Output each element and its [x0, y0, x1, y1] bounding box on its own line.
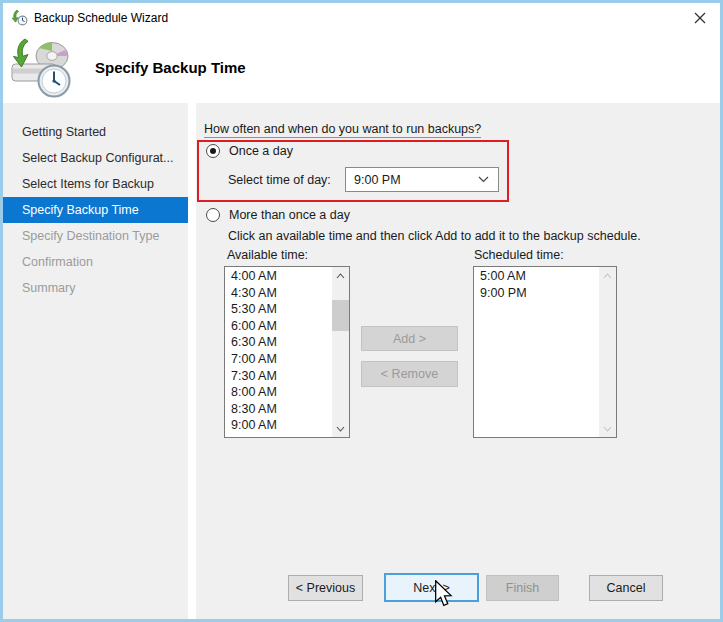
sidebar-step: Select Backup Configurat... — [3, 145, 188, 171]
frequency-question-label: How often and when do you want to run ba… — [204, 122, 481, 138]
sidebar-step: Select Items for Backup — [3, 171, 188, 197]
scroll-up-icon — [599, 267, 616, 284]
select-time-of-day-label: Select time of day: — [228, 173, 331, 187]
available-time-option[interactable]: 8:30 AM — [225, 401, 332, 418]
window-title: Backup Schedule Wizard — [34, 11, 168, 25]
time-of-day-value: 9:00 PM — [346, 173, 478, 187]
scheduled-time-listbox[interactable]: 5:00 AM9:00 PM — [473, 266, 617, 438]
available-time-option[interactable]: 4:00 AM — [225, 268, 332, 285]
sidebar-step: Specify Backup Time — [3, 197, 188, 223]
available-time-option[interactable]: 5:30 AM — [225, 301, 332, 318]
previous-button[interactable]: < Previous — [288, 575, 363, 601]
more-than-once-label: More than once a day — [229, 208, 350, 222]
chevron-down-icon — [478, 176, 498, 183]
scroll-up-icon[interactable] — [332, 267, 349, 284]
sidebar-step: Getting Started — [3, 119, 188, 145]
add-time-instruction: Click an available time and then click A… — [228, 229, 641, 243]
sidebar-divider — [188, 103, 196, 619]
available-time-options: 4:00 AM4:30 AM5:30 AM6:00 AM6:30 AM7:00 … — [225, 267, 332, 437]
backup-drive-clock-icon — [10, 37, 74, 103]
scroll-down-icon[interactable] — [332, 420, 349, 437]
scheduled-time-scrollbar — [599, 267, 616, 437]
wizard-steps-sidebar: Getting StartedSelect Backup Configurat.… — [3, 119, 188, 301]
available-time-scrollbar[interactable] — [332, 267, 349, 437]
scheduled-time-label: Scheduled time: — [474, 248, 564, 262]
available-time-option[interactable]: 6:00 AM — [225, 318, 332, 335]
once-a-day-radio[interactable] — [206, 144, 220, 158]
wizard-header: Specify Backup Time — [3, 33, 720, 103]
sidebar-step: Summary — [3, 275, 188, 301]
available-time-option[interactable]: 6:30 AM — [225, 334, 332, 351]
available-time-option[interactable]: 7:30 AM — [225, 368, 332, 385]
available-time-listbox[interactable]: 4:00 AM4:30 AM5:30 AM6:00 AM6:30 AM7:00 … — [224, 266, 350, 438]
sidebar-step: Specify Destination Type — [3, 223, 188, 249]
more-than-once-radio-row[interactable]: More than once a day — [206, 208, 350, 222]
finish-button: Finish — [486, 575, 559, 601]
scheduled-time-option[interactable]: 5:00 AM — [474, 268, 599, 285]
backup-schedule-wizard-window: Backup Schedule Wizard — [0, 0, 723, 622]
once-a-day-label: Once a day — [229, 144, 293, 158]
add-button: Add > — [361, 326, 458, 351]
remove-button: < Remove — [361, 361, 458, 387]
scroll-down-icon — [599, 420, 616, 437]
available-time-option[interactable]: 9:00 AM — [225, 417, 332, 434]
page-title: Specify Backup Time — [95, 59, 246, 76]
available-time-option[interactable]: 7:00 AM — [225, 351, 332, 368]
cancel-button[interactable]: Cancel — [589, 575, 663, 601]
available-time-option[interactable]: 8:00 AM — [225, 384, 332, 401]
available-time-option[interactable]: 4:30 AM — [225, 285, 332, 302]
more-than-once-radio[interactable] — [206, 208, 220, 222]
backup-clock-icon — [11, 9, 28, 30]
scheduled-time-options: 5:00 AM9:00 PM — [474, 267, 599, 437]
once-a-day-radio-row[interactable]: Once a day — [206, 144, 293, 158]
close-icon[interactable] — [684, 5, 716, 31]
title-bar: Backup Schedule Wizard — [3, 3, 720, 33]
next-button[interactable]: Next > — [384, 573, 479, 602]
scheduled-time-option[interactable]: 9:00 PM — [474, 285, 599, 302]
scrollbar-thumb[interactable] — [332, 300, 349, 331]
sidebar-step: Confirmation — [3, 249, 188, 275]
available-time-label: Available time: — [227, 248, 308, 262]
time-of-day-dropdown[interactable]: 9:00 PM — [345, 167, 499, 192]
